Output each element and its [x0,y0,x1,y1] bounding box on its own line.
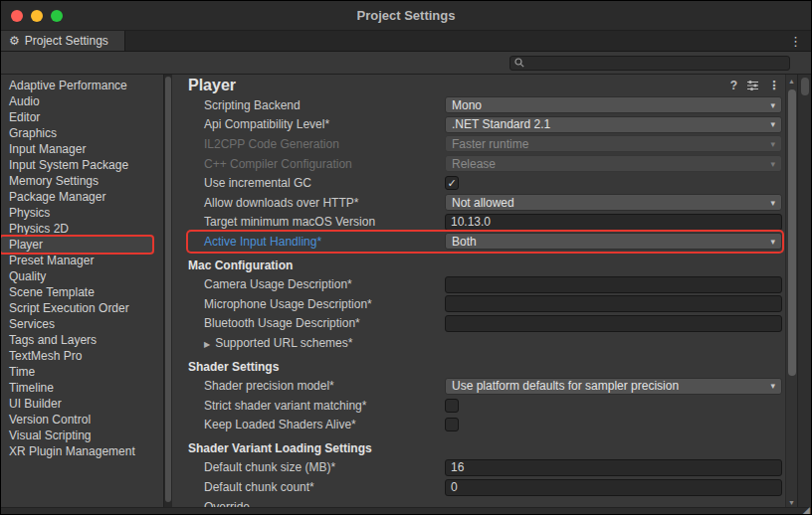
field-bluetooth-usage-description[interactable] [445,315,782,332]
sidebar-item-audio[interactable]: Audio [1,93,152,109]
settings-row-mac-configuration: Mac Configuration [188,256,782,275]
window-scrollbar-thumb[interactable] [801,78,809,95]
field-default-chunk-size-mb[interactable]: 16 [445,459,782,476]
dropdown-shader-precision-model[interactable]: Use platform defaults for sampler precis… [445,378,782,395]
settings-row-target-minimum-macos-version: Target minimum macOS Version10.13.0 [188,213,782,233]
sidebar-item-package-manager[interactable]: Package Manager [1,189,152,205]
row-label-bluetooth-usage-description: Bluetooth Usage Description* [188,316,445,330]
content-scrollbar-thumb[interactable] [788,89,796,376]
sidebar-item-scene-template[interactable]: Scene Template [1,284,152,300]
row-label-target-minimum-macos-version: Target minimum macOS Version [188,215,445,229]
sidebar-item-memory-settings[interactable]: Memory Settings [1,173,152,189]
search-input[interactable] [528,57,785,70]
settings-row-strict-shader-variant-matching: Strict shader variant matching* [188,396,782,416]
dropdown-arrow-icon: ▾ [770,139,775,149]
dropdown-arrow-icon: ▾ [770,100,775,110]
settings-row-active-input-handling: Active Input Handling*Both▾ [188,232,782,252]
traffic-lights [1,10,63,22]
settings-row-c-compiler-configuration: C++ Compiler ConfigurationRelease▾ [188,154,782,174]
sidebar-item-input-manager[interactable]: Input Manager [1,141,152,157]
sidebar-item-script-execution-order[interactable]: Script Execution Order [1,300,152,316]
sidebar-item-version-control[interactable]: Version Control [1,412,152,428]
search-box[interactable] [509,56,790,71]
sidebar-item-input-system-package[interactable]: Input System Package [1,157,152,173]
horizontal-scrollbar[interactable]: ◢ [1,507,811,514]
row-label-il2cpp-code-generation: IL2CPP Code Generation [188,137,445,151]
settings-row-use-incremental-gc: Use incremental GC✓ [188,173,782,193]
sidebar-item-textmesh-pro[interactable]: TextMesh Pro [1,348,152,364]
sidebar-item-xr-plugin-management[interactable]: XR Plugin Management [1,443,152,459]
dropdown-arrow-icon: ▾ [770,198,775,208]
settings-row-bluetooth-usage-description: Bluetooth Usage Description* [188,314,782,334]
scroll-down-icon[interactable]: ▼ [786,499,797,506]
settings-row-default-chunk-count: Default chunk count*0 [188,477,782,497]
tab-label: Project Settings [25,34,108,48]
row-label-default-chunk-count: Default chunk count* [188,480,445,494]
tabbar-kebab-menu-icon[interactable]: ⋮ [789,34,802,49]
scroll-up-icon[interactable]: ▲ [786,78,797,85]
tab-project-settings[interactable]: ⚙ Project Settings [1,31,125,51]
dropdown-allow-downloads-over-http[interactable]: Not allowed▾ [445,194,782,211]
checkbox-keep-loaded-shaders-alive[interactable] [445,418,459,431]
zoom-button[interactable] [51,10,63,22]
field-default-chunk-count[interactable]: 0 [445,479,782,496]
sidebar-item-physics-2d[interactable]: Physics 2D [1,221,152,237]
field-camera-usage-description[interactable] [445,276,782,293]
row-label-shader-settings: Shader Settings [188,360,445,374]
sidebar-item-player[interactable]: Player [1,237,152,253]
dropdown-arrow-icon: ▾ [770,119,775,129]
toolbar [1,52,811,75]
settings-panel: Player ? ⋮ Scripting BackendMono▾Api Com… [172,75,785,514]
dropdown-il2cpp-code-generation[interactable]: Faster runtime▾ [445,135,782,152]
sidebar-item-time[interactable]: Time [1,364,152,380]
presets-icon[interactable] [746,80,759,91]
gear-icon: ⚙ [9,34,20,48]
row-label-scripting-backend: Scripting Backend [188,98,445,112]
settings-row-api-compatibility-level: Api Compatibility Level*.NET Standard 2.… [188,115,782,135]
resize-grip-icon[interactable]: ◢ [802,505,810,515]
settings-row-default-chunk-size-mb: Default chunk size (MB)*16 [188,458,782,478]
close-button[interactable] [11,10,23,22]
settings-row-scripting-backend: Scripting BackendMono▾ [188,95,782,115]
row-label-c-compiler-configuration: C++ Compiler Configuration [188,157,445,171]
checkbox-use-incremental-gc[interactable]: ✓ [445,176,459,190]
dropdown-value: Release [452,157,766,171]
settings-row-supported-url-schemes: ▶Supported URL schemes* [188,333,782,353]
dropdown-scripting-backend[interactable]: Mono▾ [445,96,782,113]
tab-bar: ⚙ Project Settings ⋮ [1,31,811,52]
sidebar-item-preset-manager[interactable]: Preset Manager [1,253,152,268]
page-title: Player [188,77,236,94]
row-label-supported-url-schemes[interactable]: ▶Supported URL schemes* [188,336,445,350]
window-scrollbar[interactable] [797,75,811,514]
header-icons: ? ⋮ [730,79,782,92]
settings-row-il2cpp-code-generation: IL2CPP Code GenerationFaster runtime▾ [188,134,782,154]
help-icon[interactable]: ? [730,79,737,92]
sidebar-item-physics[interactable]: Physics [1,205,152,221]
sidebar-scrollbar[interactable] [163,75,172,514]
field-target-minimum-macos-version[interactable]: 10.13.0 [445,214,782,231]
field-microphone-usage-description[interactable] [445,295,782,312]
sidebar-item-visual-scripting[interactable]: Visual Scripting [1,428,152,443]
sidebar-item-quality[interactable]: Quality [1,268,152,284]
dropdown-c-compiler-configuration[interactable]: Release▾ [445,155,782,172]
dropdown-arrow-icon: ▾ [770,381,775,391]
sidebar-item-timeline[interactable]: Timeline [1,380,152,396]
settings-row-camera-usage-description: Camera Usage Description* [188,274,782,294]
sidebar-item-ui-builder[interactable]: UI Builder [1,396,152,412]
row-label-shader-variant-loading-settings: Shader Variant Loading Settings [188,441,445,455]
dropdown-active-input-handling[interactable]: Both▾ [445,233,782,250]
sidebar-scrollbar-thumb[interactable] [165,77,171,502]
sidebar-item-tags-and-layers[interactable]: Tags and Layers [1,332,152,348]
sidebar-item-services[interactable]: Services [1,316,152,332]
sidebar-item-editor[interactable]: Editor [1,109,152,125]
settings-row-allow-downloads-over-http: Allow downloads over HTTP*Not allowed▾ [188,193,782,213]
minimize-button[interactable] [31,10,43,22]
checkbox-strict-shader-variant-matching[interactable] [445,399,459,413]
sidebar-item-adaptive-performance[interactable]: Adaptive Performance [1,78,152,93]
foldout-arrow-icon[interactable]: ▶ [204,340,210,349]
content-scrollbar[interactable]: ▲ ▼ [785,75,797,514]
panel-kebab-menu-icon[interactable]: ⋮ [768,79,780,92]
dropdown-arrow-icon: ▾ [770,237,775,247]
dropdown-api-compatibility-level[interactable]: .NET Standard 2.1▾ [445,116,782,133]
sidebar-item-graphics[interactable]: Graphics [1,125,152,141]
